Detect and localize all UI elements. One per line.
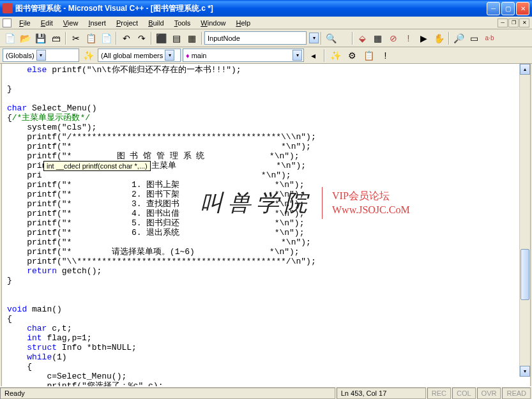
find-dropdown-button[interactable]: ▾ [309, 33, 319, 43]
breakpoint-button[interactable]: ✋ [432, 31, 446, 45]
go-button[interactable]: ▶ [416, 31, 431, 45]
doc-icon [3, 19, 11, 27]
status-ovr: OVR [477, 388, 501, 399]
status-read: READ [502, 388, 531, 399]
code-editor[interactable]: else printf("\n\t你不能归还不存在的一本书!!!"); } ch… [1, 64, 531, 388]
scroll-up-button[interactable]: ▴ [520, 64, 530, 75]
wizard-action-4-button[interactable]: ! [378, 49, 393, 63]
save-all-button[interactable]: 🗃 [49, 31, 63, 45]
menu-project[interactable]: Project [111, 18, 143, 28]
menu-window[interactable]: Window [195, 18, 231, 28]
open-file-button[interactable]: 📂 [18, 31, 33, 45]
app-icon [3, 3, 13, 13]
status-position: Ln 453, Col 17 [337, 388, 426, 399]
wizard-action-2-button[interactable]: ⚙ [345, 49, 360, 63]
menu-view[interactable]: View [58, 18, 84, 28]
compile-button[interactable]: ⬙ [355, 31, 370, 45]
titlebar-text: 图书管理系统 - Microsoft Visual C++ - [图书管理系统.… [15, 3, 487, 14]
scope-action-button[interactable]: ✨ [81, 49, 96, 63]
redo-button[interactable]: ↷ [134, 31, 149, 45]
menu-insert[interactable]: Insert [83, 18, 111, 28]
menu-help[interactable]: Help [231, 18, 255, 28]
copy-button[interactable]: 📋 [84, 31, 98, 45]
scroll-down-button[interactable]: ▾ [520, 366, 530, 377]
menu-build[interactable]: Build [143, 18, 169, 28]
intellisense-tooltip: int __cdecl printf(const char *,...) [43, 161, 151, 171]
close-button[interactable]: ✕ [516, 2, 529, 15]
window-list-button[interactable]: ▦ [185, 31, 199, 45]
ab-button[interactable]: a·b [482, 31, 497, 45]
function-icon: ♦ [186, 52, 190, 59]
menubar: FileEditViewInsertProjectBuildToolsWindo… [0, 17, 532, 29]
members-combo[interactable]: (All global members▾ [98, 49, 181, 62]
find-button[interactable]: 🔍 [324, 31, 338, 45]
function-combo[interactable]: ♦ main ▾ [183, 49, 304, 62]
paste-button[interactable]: 📄 [99, 31, 114, 45]
titlebar: 图书管理系统 - Microsoft Visual C++ - [图书管理系统.… [0, 0, 532, 17]
mdi-restore-button[interactable]: ❐ [508, 19, 519, 27]
execute-button[interactable]: ! [401, 31, 416, 45]
build-button[interactable]: ▦ [370, 31, 385, 45]
nav-back-button[interactable]: ◂ [306, 49, 321, 63]
menu-file[interactable]: File [14, 18, 36, 28]
menu-edit[interactable]: Edit [36, 18, 58, 28]
output-button[interactable]: ▤ [169, 31, 184, 45]
minimize-button[interactable]: ─ [487, 2, 500, 15]
scroll-thumb[interactable] [521, 249, 529, 300]
vertical-scrollbar[interactable]: ▴ ▾ [519, 64, 530, 377]
undo-button[interactable]: ↶ [119, 31, 133, 45]
new-file-button[interactable]: 📄 [3, 31, 17, 45]
mdi-close-button[interactable]: ✕ [519, 19, 529, 27]
stop-build-button[interactable]: ⊘ [386, 31, 400, 45]
cut-button[interactable]: ✂ [68, 31, 83, 45]
save-button[interactable]: 💾 [33, 31, 48, 45]
scope-combo[interactable]: (Globals)▾ [3, 49, 79, 62]
maximize-button[interactable]: ▢ [501, 2, 515, 15]
status-col: COL [452, 388, 476, 399]
wizard-action-3-button[interactable]: 📋 [361, 49, 376, 63]
statusbar: Ready Ln 453, Col 17 REC COL OVR READ [0, 386, 532, 399]
wizard-bar: (Globals)▾ ✨ (All global members▾ ♦ main… [0, 47, 532, 64]
standard-toolbar: 📄 📂 💾 🗃 ✂ 📋 📄 ↶ ↷ ⬛ ▤ ▦ ▾ 🔍 ⬙ ▦ ⊘ ! ▶ ✋ … [0, 29, 532, 47]
wizard-action-1-button[interactable]: ✨ [328, 49, 343, 63]
find-in-files-button[interactable]: 🔎 [452, 31, 466, 45]
menu-tools[interactable]: Tools [169, 18, 196, 28]
mdi-minimize-button[interactable]: ─ [498, 19, 508, 27]
status-rec: REC [427, 388, 451, 399]
window-controls: ─ ▢ ✕ [487, 2, 529, 15]
workspace-button[interactable]: ⬛ [154, 31, 169, 45]
bookmarks-button[interactable]: ▭ [467, 31, 482, 45]
status-message: Ready [0, 388, 335, 399]
find-input[interactable] [204, 31, 307, 45]
